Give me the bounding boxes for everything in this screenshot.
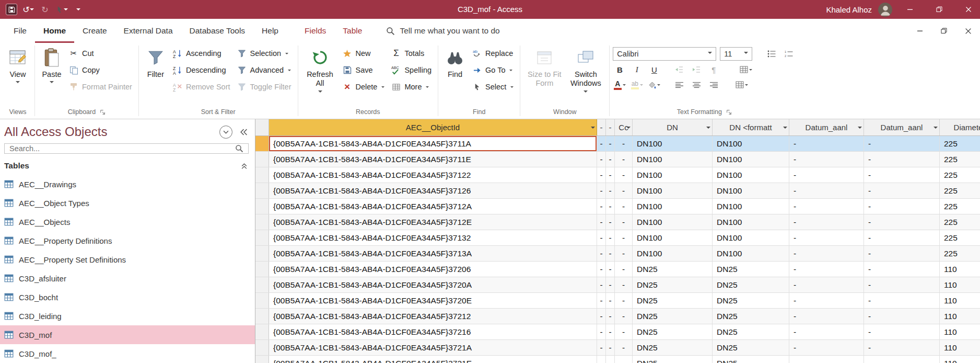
- row-selector[interactable]: [255, 324, 269, 339]
- cell-dn[interactable]: DN100: [633, 136, 713, 151]
- cell-diamete[interactable]: 110: [940, 309, 980, 324]
- cell-dn[interactable]: DN25: [633, 324, 713, 339]
- cell-aec-objectid[interactable]: {00B5A7AA-1CB1-5843-AB4A-D1CF0EA34A5F}37…: [269, 340, 597, 355]
- cell-diamete[interactable]: 225: [940, 152, 980, 167]
- sidebar-item-c3d-mof[interactable]: C3D_mof: [0, 325, 255, 344]
- cell-diamete[interactable]: 110: [940, 340, 980, 355]
- cell-c2[interactable]: -: [606, 183, 615, 198]
- size-to-fit-form-button[interactable]: Size to Fit Form: [523, 45, 565, 105]
- filter-button[interactable]: Filter: [142, 45, 169, 105]
- totals-button[interactable]: ΣTotals: [388, 45, 435, 62]
- undo-icon[interactable]: ↺: [21, 2, 36, 17]
- cut-button[interactable]: ✂Cut: [65, 45, 135, 62]
- row-selector[interactable]: [255, 136, 269, 151]
- cell-datum-aanl[interactable]: -: [789, 230, 864, 245]
- cell-aec-objectid[interactable]: {00B5A7AA-1CB1-5843-AB4A-D1CF0EA34A5F}37…: [269, 309, 597, 324]
- search-input[interactable]: [9, 144, 235, 153]
- cell-cc[interactable]: -: [615, 277, 633, 292]
- cell-c1[interactable]: -: [597, 199, 606, 214]
- cell-dn[interactable]: DN100: [633, 246, 713, 261]
- align-left-button[interactable]: [672, 78, 686, 91]
- cell-datum-aanl[interactable]: -: [789, 293, 864, 308]
- cell-aec-objectid[interactable]: {00B5A7AA-1CB1-5843-AB4A-D1CF0EA34A5F}37…: [269, 356, 597, 363]
- cell-datum-aanl[interactable]: -: [789, 340, 864, 355]
- go-to-button[interactable]: Go To: [469, 62, 517, 78]
- more-button[interactable]: More: [388, 78, 435, 95]
- row-selector[interactable]: [255, 183, 269, 198]
- cell-aec-objectid[interactable]: {00B5A7AA-1CB1-5843-AB4A-D1CF0EA34A5F}37…: [269, 199, 597, 214]
- remove-sort-button[interactable]: Remove Sort: [169, 78, 234, 95]
- font-size-combo[interactable]: 11: [720, 47, 752, 61]
- cell-datum-aanl[interactable]: -: [789, 167, 864, 183]
- filter-dropdown-icon[interactable]: [706, 127, 710, 131]
- cell-cc[interactable]: -: [615, 183, 633, 198]
- cell-dn-formatt[interactable]: DN100: [713, 136, 789, 151]
- cell-datum-aanl[interactable]: -: [864, 340, 940, 355]
- cell-datum-aanl[interactable]: -: [789, 214, 864, 230]
- cell-diamete[interactable]: 225: [940, 199, 980, 214]
- background-color-button[interactable]: [647, 78, 661, 91]
- cell-cc[interactable]: -: [615, 199, 633, 214]
- cell-c2[interactable]: -: [606, 230, 615, 245]
- row-selector[interactable]: [255, 230, 269, 245]
- cell-cc[interactable]: -: [615, 356, 633, 363]
- tab-help[interactable]: Help: [253, 19, 287, 43]
- cell-dn[interactable]: DN25: [633, 293, 713, 308]
- sidebar-item-aec-objects[interactable]: AEC__Objects: [0, 212, 255, 231]
- cell-datum-aanl[interactable]: -: [789, 309, 864, 324]
- collapse-section-icon[interactable]: [241, 163, 248, 169]
- paste-button[interactable]: Paste: [38, 45, 65, 105]
- cell-datum-aanl[interactable]: -: [864, 324, 940, 339]
- column-header-datum-aanl[interactable]: Datum_aanl: [864, 119, 940, 135]
- cell-dn-formatt[interactable]: DN25: [713, 356, 789, 363]
- cell-aec-objectid[interactable]: {00B5A7AA-1CB1-5843-AB4A-D1CF0EA34A5F}37…: [269, 293, 597, 308]
- paragraph-marks-button[interactable]: ¶: [707, 63, 720, 76]
- cell-datum-aanl[interactable]: -: [864, 183, 940, 198]
- cell-aec-objectid[interactable]: {00B5A7AA-1CB1-5843-AB4A-D1CF0EA34A5F}37…: [269, 136, 597, 151]
- cell-c1[interactable]: -: [597, 277, 606, 292]
- cell-dn-formatt[interactable]: DN25: [713, 340, 789, 355]
- cell-c1[interactable]: -: [597, 230, 606, 245]
- sidebar-item-aec-property-set-definitions[interactable]: AEC__Property Set Definitions: [0, 250, 255, 269]
- cell-aec-objectid[interactable]: {00B5A7AA-1CB1-5843-AB4A-D1CF0EA34A5F}37…: [269, 324, 597, 339]
- cell-datum-aanl[interactable]: -: [864, 262, 940, 277]
- cell-dn[interactable]: DN100: [633, 214, 713, 230]
- cell-datum-aanl[interactable]: -: [864, 214, 940, 230]
- cell-c1[interactable]: -: [597, 246, 606, 261]
- cell-cc[interactable]: -: [615, 214, 633, 230]
- redo-icon[interactable]: ↻: [38, 2, 52, 17]
- cell-aec-objectid[interactable]: {00B5A7AA-1CB1-5843-AB4A-D1CF0EA34A5F}37…: [269, 277, 597, 292]
- cell-datum-aanl[interactable]: -: [789, 136, 864, 151]
- cell-diamete[interactable]: 225: [940, 246, 980, 261]
- dialog-launcher-icon[interactable]: [726, 109, 732, 115]
- cell-datum-aanl[interactable]: -: [864, 356, 940, 363]
- sidebar-item-c3d-mof[interactable]: C3D_mof_: [0, 344, 255, 363]
- cell-cc[interactable]: -: [615, 136, 633, 151]
- cell-datum-aanl[interactable]: -: [789, 262, 864, 277]
- cell-aec-objectid[interactable]: {00B5A7AA-1CB1-5843-AB4A-D1CF0EA34A5F}37…: [269, 152, 597, 167]
- sidebar-item-c3d-leiding[interactable]: C3D_leiding: [0, 307, 255, 325]
- cell-datum-aanl[interactable]: -: [864, 230, 940, 245]
- highlight-color-button[interactable]: ab: [630, 78, 644, 91]
- cell-dn[interactable]: DN25: [633, 340, 713, 355]
- cell-datum-aanl[interactable]: -: [789, 324, 864, 339]
- navigation-search-box[interactable]: [4, 143, 249, 154]
- bullets-button[interactable]: [765, 48, 778, 60]
- document-minimize-button[interactable]: [908, 19, 932, 43]
- cell-aec-objectid[interactable]: {00B5A7AA-1CB1-5843-AB4A-D1CF0EA34A5F}37…: [269, 167, 597, 183]
- cell-c1[interactable]: -: [597, 340, 606, 355]
- tab-file[interactable]: File: [5, 19, 35, 43]
- sidebar-item-aec-drawings[interactable]: AEC__Drawings: [0, 175, 255, 194]
- column-header-diamete[interactable]: Diamete: [940, 119, 980, 135]
- cell-c2[interactable]: -: [606, 309, 615, 324]
- cell-dn-formatt[interactable]: DN100: [713, 246, 789, 261]
- cell-diamete[interactable]: 110: [940, 293, 980, 308]
- cell-dn-formatt[interactable]: DN25: [713, 309, 789, 324]
- cell-c2[interactable]: -: [606, 214, 615, 230]
- ascending-button[interactable]: Ascending: [169, 45, 234, 62]
- font-name-combo[interactable]: Calibri: [613, 47, 716, 61]
- cell-datum-aanl[interactable]: -: [789, 199, 864, 214]
- filter-dropdown-icon[interactable]: [858, 127, 862, 131]
- cell-datum-aanl[interactable]: -: [789, 183, 864, 198]
- bold-button[interactable]: B: [613, 63, 626, 76]
